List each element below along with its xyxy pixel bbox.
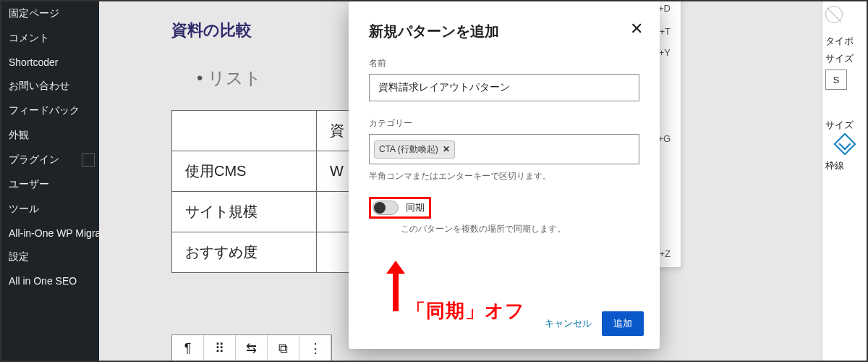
table-cell[interactable]: サイト規模 xyxy=(172,192,317,232)
close-icon: ✕ xyxy=(630,20,643,38)
table-header-cell[interactable] xyxy=(172,111,317,151)
sidebar-item-users[interactable]: ユーザー xyxy=(1,172,99,197)
category-token-input[interactable]: CTA (行動喚起) ✕ xyxy=(369,134,639,164)
more-icon[interactable]: ⋮ xyxy=(299,335,331,361)
dialog-actions: キャンセル 追加 xyxy=(545,311,644,336)
dialog-title: 新規パターンを追加 xyxy=(369,22,639,41)
sync-help-text: このパターンを複数の場所で同期します。 xyxy=(401,223,639,235)
size-label: サイズ xyxy=(825,52,864,65)
move-icon[interactable]: ⇆ xyxy=(236,335,268,361)
admin-sidebar: 固定ページ コメント Shortcoder お問い合わせ フィードバック 外観 … xyxy=(1,1,99,362)
block-toolbar: ¶ ⠿ ⇆ ⧉ ⋮ xyxy=(171,334,332,362)
name-label: 名前 xyxy=(369,57,639,70)
sidebar-item-aioseo[interactable]: All in One SEO xyxy=(1,269,99,292)
token-text: CTA (行動喚起) xyxy=(379,143,438,156)
category-token: CTA (行動喚起) ✕ xyxy=(374,140,455,159)
settings-sidebar: タイポ サイズ S サイズ 枠線 xyxy=(822,1,867,362)
pattern-name-input[interactable] xyxy=(369,74,639,101)
link-icon[interactable]: ⧉ xyxy=(268,335,299,361)
drag-handle-icon[interactable]: ⠿ xyxy=(204,335,236,361)
sidebar-item-contact[interactable]: お問い合わせ xyxy=(1,74,99,98)
sidebar-item-appearance[interactable]: 外観 xyxy=(1,123,99,148)
remove-token-icon[interactable]: ✕ xyxy=(443,144,450,154)
table-cell[interactable]: おすすめ度 xyxy=(172,232,317,273)
link-sides-icon[interactable] xyxy=(833,132,856,155)
close-button[interactable]: ✕ xyxy=(626,19,647,39)
add-button[interactable]: 追加 xyxy=(602,311,644,336)
sidebar-item-settings[interactable]: 設定 xyxy=(1,245,99,269)
sidebar-item-shortcoder[interactable]: Shortcoder xyxy=(1,51,99,74)
sidebar-item-pages[interactable]: 固定ページ xyxy=(1,1,99,26)
paragraph-icon[interactable]: ¶ xyxy=(172,335,204,361)
size-button-s[interactable]: S xyxy=(825,70,847,90)
toggle-knob xyxy=(374,202,386,214)
border-label: 枠線 xyxy=(825,159,864,172)
typography-label: タイポ xyxy=(825,35,864,48)
annotation-text: 「同期」オフ xyxy=(407,298,525,324)
table-cell[interactable]: 使用CMS xyxy=(172,151,317,192)
sidebar-item-tools[interactable]: ツール xyxy=(1,197,99,222)
sidebar-item-aio-migration[interactable]: All-in-One WP Migration xyxy=(1,222,99,245)
size-label-2: サイズ xyxy=(825,119,864,132)
category-hint: 半角コンマまたはエンターキーで区切ります。 xyxy=(369,170,639,182)
cancel-button[interactable]: キャンセル xyxy=(545,317,592,330)
block-list-placeholder[interactable]: リスト xyxy=(197,67,262,90)
sync-toggle[interactable] xyxy=(373,201,399,215)
sync-toggle-label: 同期 xyxy=(406,201,425,214)
category-label: カテゴリー xyxy=(369,117,639,130)
block-heading[interactable]: 資料の比較 xyxy=(171,20,252,41)
none-icon[interactable] xyxy=(825,6,843,23)
annotation-highlight: 同期 xyxy=(369,197,431,219)
sidebar-item-plugins[interactable]: プラグイン xyxy=(1,148,99,172)
sidebar-item-comments[interactable]: コメント xyxy=(1,26,99,51)
sidebar-item-feedback[interactable]: フィードバック xyxy=(1,98,99,123)
add-pattern-dialog: 新規パターンを追加 ✕ 名前 カテゴリー CTA (行動喚起) ✕ 半角コンマま… xyxy=(349,1,660,349)
